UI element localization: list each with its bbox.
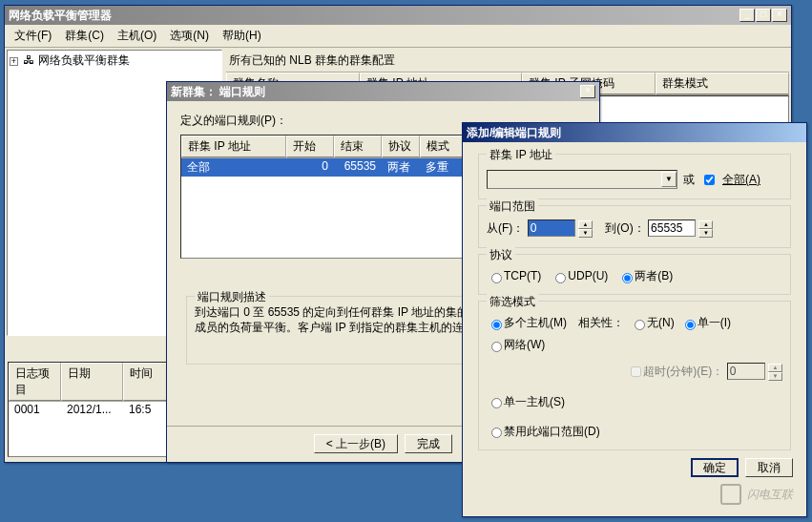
- col-rule-end[interactable]: 结束: [334, 136, 382, 157]
- desc-title: 端口规则描述: [195, 289, 269, 305]
- tree-icon: 🖧: [23, 53, 34, 67]
- main-titlebar: 网络负载平衡管理器 _ □ ×: [5, 6, 791, 25]
- menu-cluster[interactable]: 群集(C): [59, 27, 110, 45]
- from-input[interactable]: [528, 219, 575, 237]
- ok-button[interactable]: 确定: [691, 458, 739, 477]
- tree-root-label[interactable]: 网络负载平衡群集: [38, 53, 130, 67]
- col-cluster-mode[interactable]: 群集模式: [656, 73, 789, 94]
- col-rule-proto[interactable]: 协议: [382, 136, 420, 157]
- from-up[interactable]: ▲: [578, 220, 593, 229]
- wizard-titlebar: 新群集： 端口规则 ×: [167, 82, 599, 101]
- back-button[interactable]: < 上一步(B): [314, 434, 398, 453]
- menu-options[interactable]: 选项(N): [164, 27, 215, 45]
- or-label: 或: [683, 172, 695, 188]
- to-down[interactable]: ▼: [698, 229, 713, 238]
- col-log-item[interactable]: 日志项目: [9, 363, 61, 401]
- group-proto-title: 协议: [487, 247, 515, 263]
- from-down[interactable]: ▼: [578, 229, 593, 238]
- radio-affinity-single[interactable]: 单一(I): [680, 315, 731, 331]
- wizard-title: 新群集： 端口规则: [171, 84, 265, 100]
- main-title: 网络负载平衡管理器: [9, 8, 112, 24]
- col-log-time[interactable]: 时间: [123, 363, 171, 401]
- to-input[interactable]: [648, 219, 696, 237]
- radio-multi-host[interactable]: 多个主机(M): [487, 315, 567, 331]
- menu-host[interactable]: 主机(O): [112, 27, 162, 45]
- col-rule-start[interactable]: 开始: [286, 136, 334, 157]
- group-filter-title: 筛选模式: [487, 294, 538, 310]
- timeout-input: [727, 363, 765, 380]
- from-label: 从(F)：: [487, 221, 524, 235]
- finish-button[interactable]: 完成: [405, 434, 452, 453]
- cancel-button[interactable]: 取消: [745, 458, 793, 477]
- wizard-close-button[interactable]: ×: [580, 85, 595, 98]
- menu-help[interactable]: 帮助(H): [217, 27, 267, 45]
- menubar: 文件(F) 群集(C) 主机(O) 选项(N) 帮助(H): [5, 25, 791, 48]
- restore-button[interactable]: □: [756, 9, 771, 22]
- timeout-checkbox: 超时(分钟)(E)：: [627, 365, 723, 378]
- cluster-ip-combo[interactable]: ▼: [487, 170, 677, 189]
- dialog-title: 添加/编辑端口规则: [467, 125, 561, 141]
- right-caption: 所有已知的 NLB 群集的群集配置: [226, 50, 789, 73]
- timeout-up: ▲: [768, 364, 782, 372]
- radio-disable-range[interactable]: 禁用此端口范围(D): [487, 425, 600, 438]
- group-port-title: 端口范围: [487, 198, 538, 215]
- dialog-titlebar: 添加/编辑端口规则: [463, 123, 806, 142]
- radio-udp[interactable]: UDP(U): [551, 269, 608, 282]
- radio-both[interactable]: 两者(B): [617, 269, 673, 282]
- minimize-button[interactable]: _: [739, 9, 755, 22]
- to-label: 到(O)：: [605, 221, 644, 235]
- radio-affinity-network[interactable]: 网络(W): [487, 337, 545, 353]
- to-up[interactable]: ▲: [698, 220, 713, 229]
- radio-tcp[interactable]: TCP(T): [487, 269, 541, 282]
- timeout-down: ▼: [768, 372, 782, 381]
- radio-single-host[interactable]: 单一主机(S): [487, 395, 565, 408]
- col-rule-ip[interactable]: 群集 IP 地址: [181, 136, 286, 157]
- all-label: 全部(A): [722, 172, 760, 188]
- chevron-down-icon[interactable]: ▼: [661, 172, 677, 187]
- all-checkbox[interactable]: [704, 175, 715, 185]
- group-ip-title: 群集 IP 地址: [487, 147, 555, 163]
- radio-affinity-none[interactable]: 无(N): [630, 315, 675, 331]
- menu-file[interactable]: 文件(F): [9, 27, 57, 45]
- close-button[interactable]: ×: [772, 9, 787, 22]
- col-log-date[interactable]: 日期: [61, 363, 123, 401]
- affinity-label: 相关性：: [578, 315, 624, 331]
- expand-icon[interactable]: +: [10, 57, 18, 66]
